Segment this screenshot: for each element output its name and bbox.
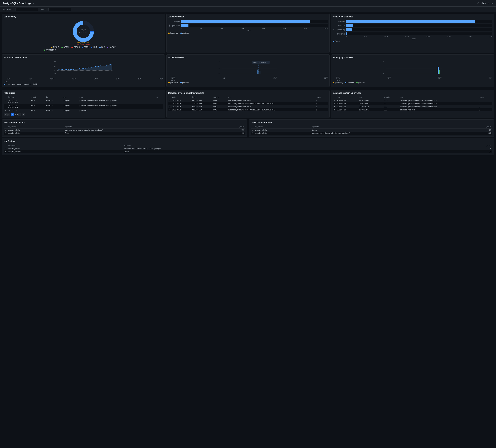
user-bar-1 bbox=[258, 70, 258, 74]
edit-icon[interactable]: ✎ bbox=[33, 2, 34, 4]
activity-db-top-panel: Activity by Database db postgres dvdrent… bbox=[331, 14, 494, 53]
db-mid-legend: [unknown] dvdrental postgres bbox=[333, 82, 492, 84]
header-left: PostgreSQL - Error Logs ✎ bbox=[3, 2, 34, 5]
time-range[interactable]: -24h bbox=[481, 2, 486, 4]
prev-page-btn[interactable]: ‹ bbox=[7, 113, 10, 116]
table-row: 3 2021-04-15 FATAL dvdrental postgres pa… bbox=[4, 109, 163, 112]
db-bar-dvdrental bbox=[438, 67, 439, 74]
db-cluster-label: db_cluster * bbox=[3, 8, 13, 10]
legend-log: LOG bbox=[99, 46, 105, 48]
log-reduce-panel: Log Reduce db_cluster signature _count 1… bbox=[2, 138, 494, 155]
table-row: 2 2021-04-15 11:00:07.263 LOG database s… bbox=[168, 102, 328, 105]
detail-dot bbox=[62, 46, 63, 48]
last-page-btn[interactable]: » bbox=[22, 113, 25, 116]
table-row: 3 2021-04-15 09:30:07.225 LOG database s… bbox=[333, 105, 492, 108]
log-reduce-section: Log Reduce db_cluster signature _count 1… bbox=[0, 137, 496, 157]
log-dot bbox=[99, 46, 101, 48]
errors-fatal-panel: Errors and Fatal Events 40 20 0 -20 bbox=[2, 54, 165, 87]
table-row: 2 2021-04-1507:15:01.404 FATAL dvdrental… bbox=[4, 104, 163, 109]
table-row: 3 2021-04-15 08:30:02.247 LOG database s… bbox=[168, 105, 328, 108]
least-common-table: db_cluster signature _count 1 analytics_… bbox=[251, 125, 492, 135]
db-shutdown-title: Database System Shut Down Events bbox=[168, 92, 328, 94]
legend-statement: STATEMENT bbox=[44, 49, 123, 51]
h-bar-container-user: postgres [unknown] bbox=[171, 20, 328, 27]
log-reduce-title: Log Reduce bbox=[4, 140, 492, 142]
donut-chart: 320,887 (99.6%) LOG bbox=[71, 19, 95, 44]
x-labels-user-mid: 12:00AM 15Apr 21 06:00AM 12:00PM 06:00PM bbox=[168, 76, 328, 81]
table-row: 1 2021-04-15 11:30:07.465 LOG database s… bbox=[333, 99, 492, 102]
table-row: 2 analytics_cluster Others 123 bbox=[4, 132, 245, 135]
svg-text:0: 0 bbox=[54, 70, 55, 71]
svg-text:20: 20 bbox=[54, 66, 56, 68]
legend-fatal: FATAL bbox=[82, 46, 89, 48]
statement-dot bbox=[44, 49, 45, 51]
of-text: of bbox=[15, 114, 16, 116]
table-row: 4 2021-04-15 02:00:06.567 LOG database s… bbox=[168, 108, 328, 111]
activity-db-chart: db postgres dvdrental bbox=[333, 19, 492, 40]
filter-bar: db_cluster * user * bbox=[0, 7, 496, 12]
svg-text:(99.6%) LOG: (99.6%) LOG bbox=[79, 31, 87, 33]
svg-text:2: 2 bbox=[219, 68, 219, 69]
activity-db-top-title: Activity by Database bbox=[333, 15, 492, 18]
x-axis-ticks-user: 0 50k 100k 150k 200k 250k 300k 350k bbox=[181, 28, 328, 29]
hint-dot bbox=[91, 46, 92, 48]
filter-icon[interactable]: ⊞ bbox=[492, 2, 493, 4]
fatal-dot bbox=[82, 46, 83, 48]
donut-legend: DEBUG DETAIL ERROR FATAL HINT bbox=[44, 46, 123, 51]
svg-text:40: 40 bbox=[54, 61, 56, 62]
db-bar-postgres bbox=[439, 70, 440, 74]
db-cluster-input[interactable] bbox=[16, 8, 38, 11]
pagination: « ‹ 1 of 6 › » bbox=[4, 113, 163, 116]
db-bar-unknown: [unknown] bbox=[335, 28, 492, 31]
db-bar-postgres: postgres bbox=[335, 20, 492, 23]
clock-icon: ⏱ bbox=[477, 2, 480, 4]
most-common-panel: Most Common Errors db_cluster signature … bbox=[2, 119, 247, 137]
errors-fatal-chart: 40 20 0 -20 bbox=[4, 60, 163, 77]
user-mid-legend: [unknown] postgres bbox=[168, 82, 328, 84]
fatal-errors-panel: Fatal Errors datetime severity db user m… bbox=[2, 90, 165, 118]
table-row: 1 analytics_cluster password authenticat… bbox=[4, 147, 492, 150]
y-axis-label-db: db bbox=[333, 19, 335, 40]
least-common-panel: Least Common Errors db_cluster signature… bbox=[249, 119, 494, 137]
activity-user-top-title: Activity by User bbox=[168, 15, 328, 18]
page-title: PostgreSQL - Error Logs bbox=[3, 2, 31, 5]
header-right: ⏱ -24h ↻ ⊞ bbox=[477, 2, 493, 4]
svg-text:2: 2 bbox=[383, 68, 384, 69]
user-bar-2 bbox=[259, 70, 259, 74]
svg-text:4: 4 bbox=[219, 61, 219, 62]
db-startup-table: date time severity msg _count 1 2021-04-… bbox=[333, 96, 492, 111]
log-severity-panel: Log Severity 320,887 (99.6%) LOG bbox=[2, 14, 165, 53]
error-dot bbox=[71, 46, 73, 48]
activity-user-chart: user postgres [unknown] bbox=[168, 19, 328, 31]
activity-db-mid-chart: 4 2 0 bbox=[333, 60, 492, 76]
x-labels-errors: 09:00PM 12:00AM 03:00AM 06:00AM 09:00AM … bbox=[4, 78, 163, 81]
mid-row: Errors and Fatal Events 40 20 0 -20 bbox=[0, 53, 496, 87]
db-bar-dvd-rental: dvd_rental bbox=[335, 32, 492, 35]
svg-text:15/04/2021 6:34:29 PM: 15/04/2021 6:34:29 PM bbox=[253, 62, 266, 63]
db-shutdown-table: date time severity msg _count 1 2021-04-… bbox=[168, 96, 328, 111]
legend-error: ERROR bbox=[71, 46, 80, 48]
db-startup-title: Database System Up Events bbox=[333, 92, 492, 94]
svg-text:-20: -20 bbox=[54, 73, 56, 75]
next-page-btn[interactable]: › bbox=[18, 113, 21, 116]
activity-user-svg: 4 2 0 15/04/2021 6:34:29 PM bbox=[168, 60, 328, 76]
user-bar-postgres: postgres bbox=[171, 20, 328, 23]
first-page-btn[interactable]: « bbox=[4, 113, 7, 116]
user-input[interactable] bbox=[48, 8, 71, 11]
user-bar-3 bbox=[260, 71, 261, 74]
user-bars-area: postgres [unknown] 0 50k bbox=[171, 19, 328, 31]
x-labels-db-mid: 12:00AM 15Apr 21 06:00AM 12:00PM 06:00PM bbox=[333, 76, 492, 81]
errors-section: Most Common Errors db_cluster signature … bbox=[0, 118, 496, 137]
refresh-icon[interactable]: ↻ bbox=[488, 2, 489, 4]
activity-user-mid-chart: 4 2 0 15/04/2021 6:34:29 PM bbox=[168, 60, 328, 76]
least-common-title: Least Common Errors bbox=[251, 121, 492, 124]
h-bar-container-db: postgres dvdrental [unknown] bbox=[335, 20, 492, 35]
svg-text:0: 0 bbox=[383, 73, 384, 75]
table-row: 2 2021-04-15 07:00:06.492 LOG database s… bbox=[333, 102, 492, 105]
legend-detail: DETAIL bbox=[62, 46, 69, 48]
db-bar-dvdrental: dvdrental bbox=[335, 24, 492, 27]
most-common-title: Most Common Errors bbox=[4, 121, 245, 124]
log-reduce-table: db_cluster signature _count 1 analytics_… bbox=[4, 144, 492, 154]
donut-center-label: 320,887 bbox=[81, 29, 86, 31]
table-row: 1 2021-04-1502:45:01.418 FATAL dvdrental… bbox=[4, 99, 163, 104]
